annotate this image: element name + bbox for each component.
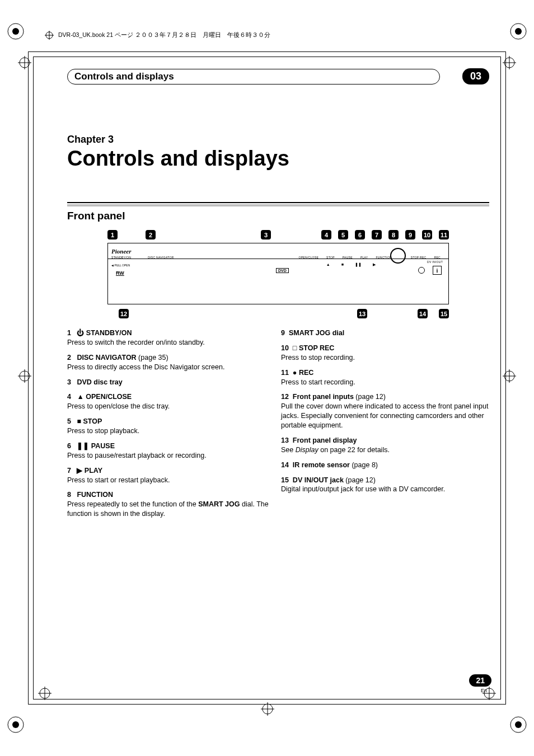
label-stoprec: STOP REC — [411, 256, 427, 259]
callout-badge: 11 — [439, 230, 449, 240]
callout-badge: 13 — [357, 309, 367, 318]
crop-mark-icon — [509, 716, 527, 734]
play-icon: ▶ — [373, 262, 376, 267]
list-item: 6 ❚❚ PAUSEPress to pause/restart playbac… — [67, 442, 275, 461]
label-pause: PAUSE — [343, 256, 353, 259]
callout-badge: 4 — [321, 230, 331, 240]
section-title-pill: Controls and displays — [67, 69, 440, 84]
rw-badge: RW — [116, 270, 124, 276]
crop-mark-icon — [7, 22, 25, 40]
callout-badge: 14 — [418, 309, 428, 318]
svg-point-7 — [515, 721, 522, 728]
label-openclose: OPEN/CLOSE — [299, 256, 319, 259]
list-item: 4 ▲ OPEN/CLOSEPress to open/close the di… — [67, 392, 275, 411]
list-item: 9 SMART JOG dial — [281, 328, 489, 338]
chapter-title: Controls and displays — [67, 147, 489, 171]
outer-frame: Controls and displays 03 Chapter 3 Contr… — [28, 51, 506, 705]
svg-point-1 — [12, 28, 19, 35]
page-lang: En — [481, 688, 487, 693]
left-column: 1 ⏻ STANDBY/ONPress to switch the record… — [67, 328, 275, 524]
label-standby: STANDBY/ON — [111, 256, 131, 259]
callout-badge: 15 — [439, 309, 449, 318]
callout-badge: 9 — [405, 230, 415, 240]
list-item: 12 Front panel inputs (page 12)Pull the … — [281, 392, 489, 430]
callout-badge: 3 — [261, 230, 271, 240]
pull-open-label: ◀ PULL OPEN — [111, 264, 130, 267]
crop-mark-icon — [509, 22, 527, 40]
callout-badge: 7 — [372, 230, 382, 240]
divider — [67, 202, 489, 206]
jog-dial-icon — [390, 248, 406, 264]
label-rec: REC — [434, 256, 441, 259]
label-play: PLAY — [360, 256, 368, 259]
svg-point-3 — [515, 28, 522, 35]
crop-mark-icon — [7, 716, 25, 734]
book-header-line: DVR-03_UK.book 21 ページ ２００３年７月２８日 月曜日 午後６… — [45, 31, 489, 40]
list-item: 7 ▶ PLAYPress to start or restart playba… — [67, 466, 275, 485]
chapter-number-badge: 03 — [462, 68, 489, 84]
list-item: 15 DV IN/OUT jack (page 12)Digital input… — [281, 476, 489, 495]
stop-icon: ■ — [341, 262, 344, 267]
front-panel-diagram: 1 2 3 4 5 6 7 8 9 10 11 — [107, 230, 449, 318]
callout-badge: 2 — [146, 230, 156, 240]
page-number-badge: 21 — [469, 674, 491, 687]
list-item: 1 ⏻ STANDBY/ONPress to switch the record… — [67, 328, 275, 348]
pause-icon: ❚❚ — [355, 262, 362, 267]
callout-badge: 6 — [355, 230, 365, 240]
dv-jack-icon: i — [433, 266, 442, 275]
list-item: 13 Front panel displaySee Display on pag… — [281, 436, 489, 455]
section-subhead: Front panel — [67, 210, 489, 222]
callout-badge: 10 — [422, 230, 432, 240]
dvd-badge: DVD — [276, 268, 289, 273]
book-header-text: DVR-03_UK.book 21 ページ ２００３年７月２８日 月曜日 午後６… — [58, 31, 270, 39]
callout-badge: 1 — [107, 230, 118, 240]
list-item: 14 IR remote sensor (page 8) — [281, 461, 489, 470]
list-item: 11 ● RECPress to start recording. — [281, 368, 489, 387]
label-function: FUNCTION — [376, 256, 392, 259]
callout-badge: 5 — [338, 230, 348, 240]
list-item: 8 FUNCTIONPress repeatedly to set the fu… — [67, 490, 275, 519]
list-item: 3 DVD disc tray — [67, 378, 275, 387]
chapter-label: Chapter 3 — [67, 134, 489, 145]
callout-badge: 12 — [119, 309, 129, 318]
crosshair-icon — [45, 31, 54, 40]
inner-frame: Controls and displays 03 Chapter 3 Contr… — [33, 57, 501, 699]
label-dvinout: DV IN/OUT — [427, 260, 443, 264]
ir-sensor-icon — [418, 267, 425, 274]
list-item: 2 DISC NAVIGATOR (page 35)Press to direc… — [67, 353, 275, 372]
callout-badge: 8 — [388, 230, 399, 240]
label-discnav: DISC NAVIGATOR — [148, 256, 174, 259]
svg-point-5 — [12, 721, 19, 728]
right-column: 9 SMART JOG dial10 □ STOP RECPress to st… — [281, 328, 489, 524]
brand-logo: Pioneer — [111, 248, 131, 255]
list-item: 10 □ STOP RECPress to stop recording. — [281, 344, 489, 363]
label-stop: STOP — [326, 256, 335, 259]
eject-icon: ▲ — [326, 262, 330, 267]
list-item: 5 ■ STOPPress to stop playback. — [67, 417, 275, 436]
device-outline: Pioneer STANDBY/ON DISC NAVIGATOR OPEN/C… — [107, 243, 449, 304]
